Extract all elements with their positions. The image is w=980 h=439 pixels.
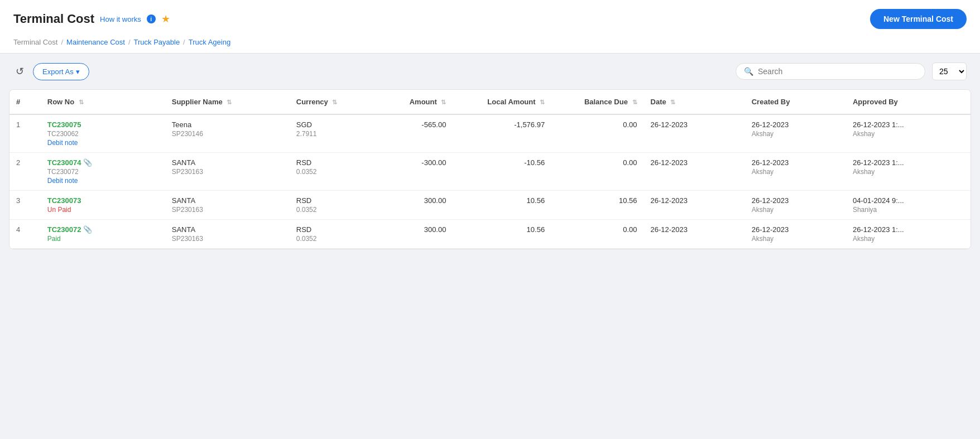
- supplier-name: Teena: [172, 120, 283, 129]
- date-value: 26-12-2023: [651, 225, 738, 234]
- supplier-code: SP230163: [172, 168, 283, 176]
- status-badge: Un Paid: [47, 206, 158, 214]
- col-date: Date ⇅: [644, 90, 745, 114]
- breadcrumb-item-truck-ageing[interactable]: Truck Ageing: [189, 38, 230, 46]
- approved-by-date: 26-12-2023 1:...: [853, 120, 964, 129]
- row-no-cell: TC230072📎 Paid: [41, 220, 165, 249]
- local-amount-cell: 10.56: [453, 191, 551, 220]
- amount-cell: -300.00: [367, 153, 453, 191]
- status-badge: Paid: [47, 235, 158, 243]
- local-amount-cell: -10.56: [453, 153, 551, 191]
- tc-link[interactable]: TC230074📎: [47, 158, 158, 167]
- approved-by-name: Akshay: [853, 130, 964, 138]
- tc-link[interactable]: TC230073: [47, 196, 158, 205]
- export-label: Export As: [42, 67, 74, 76]
- search-icon: 🔍: [744, 67, 753, 76]
- tc-link[interactable]: TC230072📎: [47, 225, 158, 234]
- approved-by-date: 26-12-2023 1:...: [853, 158, 964, 167]
- page-size-select[interactable]: 25 50 100: [932, 62, 967, 80]
- date-cell: 26-12-2023: [644, 114, 745, 153]
- page-header: Terminal Cost How it works i ★ New Termi…: [0, 0, 980, 54]
- amount-value: 300.00: [374, 196, 446, 205]
- sort-icon-amount[interactable]: ⇅: [441, 99, 446, 105]
- table-row: 1 TC230075 TC230062 Debit note Teena SP2…: [9, 114, 971, 153]
- row-no-cell: TC230073 Un Paid: [41, 191, 165, 220]
- amount-value: -300.00: [374, 158, 446, 167]
- created-by-name: Akshay: [752, 206, 839, 214]
- star-icon[interactable]: ★: [161, 13, 170, 25]
- approved-by-date: 26-12-2023 1:...: [853, 225, 964, 234]
- currency-cell: RSD 0.0352: [290, 191, 367, 220]
- breadcrumb-item-truck-payable[interactable]: Truck Payable: [134, 38, 180, 46]
- clip-icon: 📎: [83, 225, 92, 234]
- balance-due-value: 10.56: [558, 196, 637, 205]
- sort-icon-date[interactable]: ⇅: [670, 99, 675, 105]
- currency-cell: RSD 0.0352: [290, 153, 367, 191]
- col-amount: Amount ⇅: [367, 90, 453, 114]
- col-supplier-name: Supplier Name ⇅: [165, 90, 290, 114]
- local-amount-value: -1,576.97: [459, 120, 545, 129]
- sort-icon-currency[interactable]: ⇅: [332, 99, 337, 105]
- toolbar-right: 🔍 25 50 100: [736, 62, 967, 80]
- created-by-name: Akshay: [752, 130, 839, 138]
- date-value: 26-12-2023: [651, 120, 738, 129]
- table-header: # Row No ⇅ Supplier Name ⇅ Currency ⇅ Am…: [9, 90, 971, 114]
- breadcrumb-item-maintenance-cost[interactable]: Maintenance Cost: [66, 38, 125, 46]
- breadcrumb-sep-1: /: [61, 38, 63, 46]
- row-num: 2: [9, 153, 41, 191]
- how-it-works-link[interactable]: How it works: [100, 15, 141, 23]
- date-value: 26-12-2023: [651, 158, 738, 167]
- balance-due-value: 0.00: [558, 225, 637, 234]
- col-approved-by: Approved By: [846, 90, 971, 114]
- approved-by-name: Akshay: [853, 235, 964, 243]
- toolbar: ↺ Export As ▾ 🔍 25 50 100: [0, 54, 980, 89]
- sort-icon-local-amount[interactable]: ⇅: [540, 99, 545, 105]
- row-no-cell: TC230074📎 TC230072 Debit note: [41, 153, 165, 191]
- main-table: # Row No ⇅ Supplier Name ⇅ Currency ⇅ Am…: [9, 90, 971, 249]
- status-badge[interactable]: Debit note: [47, 177, 158, 185]
- amount-cell: -565.00: [367, 114, 453, 153]
- approved-by-cell: 26-12-2023 1:... Akshay: [846, 153, 971, 191]
- table-body: 1 TC230075 TC230062 Debit note Teena SP2…: [9, 114, 971, 249]
- supplier-name: SANTA: [172, 225, 283, 234]
- export-button[interactable]: Export As ▾: [33, 63, 89, 80]
- export-chevron-icon: ▾: [76, 67, 80, 76]
- currency-rate: 0.0352: [296, 168, 361, 176]
- refresh-button[interactable]: ↺: [13, 63, 26, 80]
- balance-due-cell: 0.00: [551, 153, 643, 191]
- local-amount-cell: -1,576.97: [453, 114, 551, 153]
- local-amount-value: -10.56: [459, 158, 545, 167]
- info-icon[interactable]: i: [147, 15, 156, 23]
- created-by-name: Akshay: [752, 235, 839, 243]
- col-row-no: Row No ⇅: [41, 90, 165, 114]
- col-hash: #: [9, 90, 41, 114]
- tc-sub: TC230062: [47, 130, 158, 138]
- title-area: Terminal Cost How it works i ★: [13, 12, 170, 26]
- search-input[interactable]: [758, 67, 917, 76]
- supplier-code: SP230163: [172, 206, 283, 214]
- created-by-name: Akshay: [752, 168, 839, 176]
- balance-due-value: 0.00: [558, 158, 637, 167]
- sort-icon-supplier[interactable]: ⇅: [227, 99, 232, 105]
- status-badge[interactable]: Debit note: [47, 139, 158, 147]
- currency-code: RSD: [296, 225, 361, 234]
- created-by-cell: 26-12-2023 Akshay: [745, 153, 846, 191]
- approved-by-cell: 26-12-2023 1:... Akshay: [846, 114, 971, 153]
- created-by-cell: 26-12-2023 Akshay: [745, 191, 846, 220]
- currency-code: SGD: [296, 120, 361, 129]
- supplier-cell: SANTA SP230163: [165, 153, 290, 191]
- tc-link[interactable]: TC230075: [47, 120, 158, 129]
- approved-by-name: Shaniya: [853, 206, 964, 214]
- sort-icon-balance[interactable]: ⇅: [632, 99, 637, 105]
- table-row: 4 TC230072📎 Paid SANTA SP230163 RSD 0.03…: [9, 220, 971, 249]
- approved-by-cell: 04-01-2024 9:... Shaniya: [846, 191, 971, 220]
- local-amount-value: 10.56: [459, 196, 545, 205]
- new-terminal-cost-button[interactable]: New Terminal Cost: [870, 9, 967, 29]
- supplier-code: SP230146: [172, 130, 283, 138]
- col-local-amount: Local Amount ⇅: [453, 90, 551, 114]
- approved-by-date: 04-01-2024 9:...: [853, 196, 964, 205]
- search-box: 🔍: [736, 63, 925, 80]
- supplier-cell: SANTA SP230163: [165, 220, 290, 249]
- created-by-date: 26-12-2023: [752, 196, 839, 205]
- sort-icon-rowno[interactable]: ⇅: [79, 99, 84, 105]
